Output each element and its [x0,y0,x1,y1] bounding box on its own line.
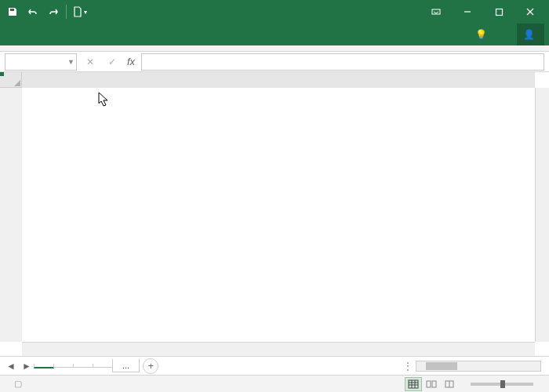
name-box[interactable]: ▼ [5,53,77,71]
add-sheet-button[interactable]: + [143,358,158,374]
tell-me[interactable]: 💡 [471,29,495,40]
page-break-view-button[interactable] [441,377,458,391]
sheet-tab-more[interactable]: ... [112,359,140,372]
ribbon-options-button[interactable] [420,0,452,24]
zoom-control [466,383,543,386]
sheet-tab[interactable] [53,364,74,368]
enter-button[interactable]: ✓ [104,53,121,71]
select-all-corner[interactable] [0,72,22,88]
cells[interactable] [22,88,535,342]
formula-input[interactable] [141,53,544,71]
save-button[interactable] [3,2,22,21]
redo-button[interactable] [44,2,63,21]
chevron-down-icon[interactable]: ▼ [67,58,75,66]
share-button[interactable]: 👤 [517,24,544,45]
cancel-button[interactable]: ✕ [82,53,99,71]
grid-area [0,72,549,356]
tab-review[interactable] [108,24,124,45]
formula-bar: ▼ ✕ ✓ fx [0,52,549,72]
svg-rect-1 [496,9,502,15]
ribbon-body-collapsed [0,45,549,52]
tab-developer[interactable] [143,24,158,45]
share-icon: 👤 [523,29,535,40]
minimize-button[interactable] [452,0,483,24]
tab-data[interactable] [91,24,107,45]
tab-layout[interactable] [56,24,72,45]
tab-home[interactable] [22,24,38,45]
bulb-icon: 💡 [475,29,487,40]
svg-rect-4 [432,381,436,387]
row-headers [0,88,22,342]
macro-record-icon[interactable]: ▢ [14,379,22,389]
sheet-tab[interactable] [73,364,93,368]
normal-view-button[interactable] [405,377,422,391]
ribbon-tabs: 💡 👤 [0,24,549,45]
svg-rect-2 [409,380,418,388]
page-layout-view-button[interactable] [423,377,440,391]
tab-view[interactable] [125,24,141,45]
sheet-tab[interactable] [93,364,113,368]
tab-file[interactable] [5,24,20,45]
new-file-button[interactable]: ▾ [70,2,89,21]
title-bar: ▾ [0,0,549,24]
tab-formulas[interactable] [74,24,89,45]
sheet-nav-next[interactable]: ► [19,358,35,374]
fx-icon[interactable]: fx [125,56,136,67]
sheet-nav-prev[interactable]: ◄ [3,358,19,374]
sheet-tab[interactable] [34,364,54,368]
close-button[interactable] [514,0,546,24]
column-headers [22,72,535,88]
quick-access-toolbar: ▾ [3,2,89,21]
status-bar: ▢ [0,375,549,392]
horizontal-scrollbar[interactable] [22,342,535,356]
sheet-tab-bar: ◄ ► ... + ⋮ [0,356,549,375]
horizontal-scrollbar-mini[interactable] [416,361,541,372]
maximize-button[interactable] [483,0,514,24]
view-buttons [405,377,458,391]
tab-insert[interactable] [39,24,55,45]
svg-rect-3 [427,381,431,387]
split-handle[interactable]: ⋮ [403,361,413,372]
vertical-scrollbar[interactable] [535,88,549,342]
undo-button[interactable] [24,2,42,21]
zoom-slider[interactable] [471,383,533,386]
